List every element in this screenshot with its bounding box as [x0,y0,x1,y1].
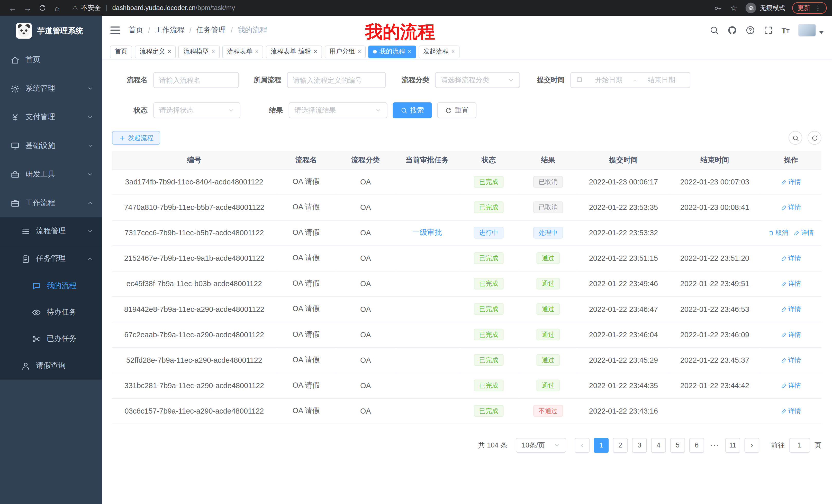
app-logo[interactable]: 芋道管理系统 [0,16,102,46]
reset-button[interactable]: 重置 [437,102,477,118]
refresh-table-button[interactable] [808,131,822,145]
cell-actions: 详情 [760,322,821,347]
breadcrumb-item[interactable]: 工作流程 [155,25,185,35]
avatar[interactable] [798,24,824,37]
address-bar[interactable]: ⚠ 不安全 | dashboard.yudao.iocoder.cn/bpm/t… [72,3,235,12]
column-header: 编号 [112,151,277,169]
fullscreen-icon[interactable] [763,25,773,35]
cell-actions: 取消详情 [760,220,821,245]
menu-dots-icon[interactable]: ⋮ [814,5,822,11]
sidebar-item[interactable]: 流程管理 [0,217,102,245]
cell-category: OA [336,398,395,424]
create-process-button[interactable]: 发起流程 [112,131,160,145]
close-icon[interactable]: × [211,49,215,55]
prev-page-button[interactable]: ‹ [575,438,590,453]
detail-action[interactable]: 详情 [781,381,801,390]
detail-action[interactable]: 详情 [781,254,801,263]
cell-id: ec45f38f-7b9a-11ec-b03b-acde48001122 [112,271,277,297]
sidebar-item[interactable]: 工作流程 [0,189,102,217]
detail-action[interactable]: 详情 [781,177,801,186]
tab-item[interactable]: 流程模型× [178,45,219,58]
detail-action[interactable]: 详情 [794,228,813,237]
breadcrumb-item[interactable]: 任务管理 [196,25,226,35]
task-link[interactable]: 一级审批 [412,228,442,236]
table-row: 331bc281-7b9a-11ec-a290-acde48001122OA 请… [112,373,821,398]
status-tag: 已完成 [474,354,504,366]
table-row: 7470a810-7b9b-11ec-b5b7-acde48001122OA 请… [112,194,821,220]
sidebar-item[interactable]: 请假查询 [0,352,102,380]
detail-action[interactable]: 详情 [781,305,801,314]
page-button[interactable]: 2 [613,438,628,453]
search-button[interactable]: 搜索 [393,102,432,118]
sidebar-item[interactable]: 研发工具 [0,160,102,189]
table-header-row: 编号流程名流程分类当前审批任务状态结果提交时间结束时间操作 [112,151,821,169]
detail-action[interactable]: 详情 [781,203,801,212]
close-icon[interactable]: × [314,49,317,55]
tab-item[interactable]: 用户分组× [325,45,366,58]
monitor-icon [10,141,20,150]
close-icon[interactable]: × [255,49,258,55]
submit-time-range[interactable]: 开始日期 - 结束日期 [571,72,690,88]
process-id-input[interactable] [287,72,386,88]
filter-label-name: 流程名 [112,75,147,85]
close-icon[interactable]: × [451,49,455,55]
page-button[interactable]: 5 [670,438,685,453]
result-select[interactable]: 请选择流结果 [289,102,387,118]
update-button[interactable]: 更新 ⋮ [792,2,827,13]
close-icon[interactable]: × [357,49,361,55]
status-select[interactable]: 请选择状态 [153,102,240,118]
cell-name: OA 请假 [277,373,336,398]
help-icon[interactable] [745,25,755,35]
font-size-icon[interactable]: TT [781,26,789,34]
page-button[interactable]: 11 [725,438,740,453]
sidebar-item[interactable]: 待办任务 [0,299,102,326]
close-icon[interactable]: × [167,49,171,55]
sidebar-item[interactable]: 任务管理 [0,245,102,272]
tab-item[interactable]: 流程表单-编辑× [266,45,322,58]
detail-action[interactable]: 详情 [781,356,801,365]
page-button[interactable]: 6 [689,438,704,453]
status-tag: 进行中 [474,227,504,239]
detail-action[interactable]: 详情 [781,279,801,288]
goto-page-input[interactable] [789,438,810,453]
category-select[interactable]: 请选择流程分类 [435,72,520,88]
sidebar-item[interactable]: 首页 [0,46,102,74]
key-icon[interactable] [713,4,722,12]
detail-action[interactable]: 详情 [781,407,801,415]
sidebar-item[interactable]: 支付管理 [0,103,102,131]
chevron-down-icon [508,77,514,83]
back-icon[interactable]: ← [5,3,20,12]
search-icon[interactable] [709,25,719,35]
github-icon[interactable] [727,25,737,35]
toggle-search-button[interactable] [788,131,802,145]
tab-item[interactable]: 流程表单× [222,45,263,58]
page-button[interactable]: 1 [594,438,608,453]
next-page-button[interactable]: › [745,438,759,453]
page-size-select[interactable]: 10条/页 [516,438,566,453]
page-button[interactable]: 3 [632,438,647,453]
chrome-home-icon[interactable]: ⌂ [50,3,65,12]
tab-item[interactable]: 发起流程× [419,45,460,58]
cancel-action[interactable]: 取消 [768,228,788,237]
tab-item[interactable]: 首页 [110,45,132,58]
page-button[interactable]: 4 [651,438,666,453]
cell-current-task [395,271,459,297]
pages-ellipsis-icon[interactable]: ··· [708,441,721,449]
cell-id: 03c6c157-7b9a-11ec-a290-acde48001122 [112,398,277,424]
forward-icon[interactable]: → [20,3,35,12]
sidebar-item[interactable]: 已办任务 [0,326,102,352]
sidebar-item[interactable]: 基础设施 [0,132,102,160]
cell-category: OA [336,246,395,271]
detail-action[interactable]: 详情 [781,330,801,339]
sidebar-item[interactable]: 我的流程 [0,273,102,299]
star-icon[interactable]: ☆ [729,4,739,12]
hamburger-icon[interactable] [110,26,120,34]
breadcrumb-item[interactable]: 首页 [128,25,143,35]
tab-item[interactable]: 我的流程× [368,45,416,58]
process-name-input[interactable] [153,72,239,88]
cell-current-task [395,194,459,220]
sidebar-item[interactable]: 系统管理 [0,74,102,103]
reload-icon[interactable] [35,4,50,12]
close-icon[interactable]: × [408,49,411,55]
tab-item[interactable]: 流程定义× [135,45,176,58]
